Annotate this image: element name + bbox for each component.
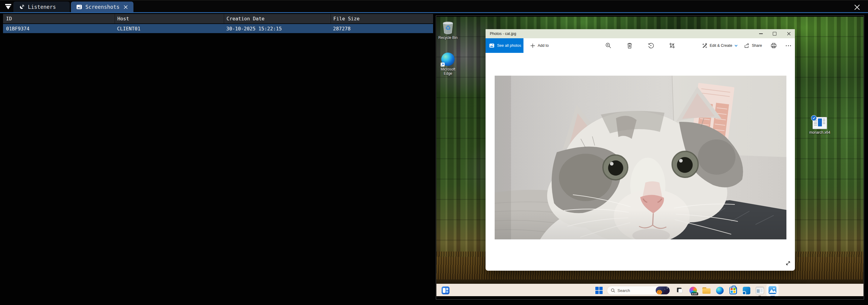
photos-title-bar[interactable]: Photos - cat.jpg bbox=[486, 29, 795, 38]
search-placeholder: Search bbox=[618, 288, 630, 293]
close-icon bbox=[854, 4, 860, 11]
edge-taskbar-button[interactable] bbox=[715, 286, 724, 295]
widgets-button[interactable] bbox=[441, 286, 450, 295]
store-button[interactable] bbox=[729, 286, 737, 295]
recycle-bin-icon: ♻ bbox=[441, 20, 455, 34]
close-icon bbox=[787, 32, 790, 35]
photo-cat-jpg bbox=[495, 76, 786, 240]
window-close-button[interactable] bbox=[853, 3, 861, 11]
tab-screenshots-label: Screenshots bbox=[85, 4, 120, 10]
delete-button[interactable] bbox=[624, 38, 635, 53]
copilot-button[interactable]: M365 bbox=[689, 286, 697, 295]
desktop-icon-edge[interactable]: Microsoft Edge bbox=[436, 53, 463, 76]
more-icon bbox=[786, 45, 791, 46]
print-button[interactable] bbox=[769, 38, 779, 53]
zoom-icon bbox=[606, 43, 612, 49]
search-icon bbox=[611, 288, 615, 293]
windows-taskbar: Search bbox=[436, 284, 863, 296]
rotate-button[interactable] bbox=[646, 38, 656, 53]
search-highlight-art bbox=[656, 286, 670, 294]
cell-id: 01BF9374 bbox=[3, 26, 115, 32]
app-window-icon bbox=[756, 287, 764, 294]
tab-bar-underline bbox=[0, 12, 868, 13]
more-options-button[interactable] bbox=[783, 38, 794, 53]
store-icon bbox=[730, 287, 737, 294]
table-header-row: ID Host Creation Date File Size bbox=[3, 14, 433, 23]
tab-listeners[interactable]: Listeners bbox=[13, 2, 70, 12]
photos-window-title: Photos - cat.jpg bbox=[490, 32, 516, 36]
start-icon bbox=[595, 287, 602, 294]
column-header-id[interactable]: ID bbox=[3, 14, 115, 23]
svg-text:♻: ♻ bbox=[445, 24, 451, 32]
chevron-down-icon bbox=[735, 45, 738, 47]
add-to-label: Add to bbox=[538, 44, 549, 48]
desktop-icon-label: Recycle Bin bbox=[438, 35, 457, 40]
cell-file-size: 287278 bbox=[331, 26, 433, 32]
photos-taskbar-button[interactable] bbox=[766, 284, 778, 296]
shortcut-arrow-icon bbox=[441, 62, 445, 66]
desktop-icon-label: Microsoft Edge bbox=[436, 67, 460, 76]
see-all-photos-icon bbox=[489, 44, 494, 48]
column-header-file-size[interactable]: File Size bbox=[331, 14, 433, 23]
screenshot-preview-pane: ♻ Recycle Bin Microsoft Edge bbox=[436, 16, 864, 300]
cell-creation-date: 30-10-2025 15:22:15 bbox=[224, 26, 331, 32]
crop-icon bbox=[669, 43, 675, 49]
copilot-icon: M365 bbox=[689, 287, 697, 294]
captured-desktop: ♻ Recycle Bin Microsoft Edge bbox=[436, 17, 863, 296]
add-to-button[interactable]: Add to bbox=[528, 38, 551, 53]
minimize-icon bbox=[759, 33, 763, 34]
desktop-icon-label: monarch.x64 bbox=[809, 130, 830, 135]
cell-host: CLIENT01 bbox=[115, 26, 224, 32]
task-view-icon bbox=[676, 287, 683, 294]
tab-listeners-label: Listeners bbox=[28, 4, 56, 10]
fullscreen-button[interactable] bbox=[784, 260, 791, 267]
minimize-button[interactable] bbox=[754, 29, 768, 38]
satellite-dish-icon bbox=[19, 4, 25, 10]
share-label: Share bbox=[752, 44, 762, 48]
open-app-button[interactable] bbox=[755, 286, 764, 295]
executable-icon bbox=[812, 117, 827, 129]
column-header-host[interactable]: Host bbox=[115, 14, 224, 23]
outlook-button[interactable] bbox=[742, 286, 751, 295]
search-input[interactable]: Search bbox=[607, 286, 671, 295]
photos-window: Photos - cat.jpg See all photos bbox=[486, 29, 795, 271]
photos-toolbar: See all photos Add to bbox=[486, 38, 795, 53]
edit-and-create-button[interactable]: Edit & Create bbox=[702, 38, 738, 53]
task-view-button[interactable] bbox=[675, 286, 684, 295]
filter-button[interactable] bbox=[4, 2, 13, 11]
tab-bar: Listeners Screenshots bbox=[0, 0, 868, 12]
maximize-button[interactable] bbox=[768, 29, 781, 38]
cat-photo-illustration bbox=[495, 76, 786, 240]
column-header-creation-date[interactable]: Creation Date bbox=[224, 14, 331, 23]
screenshot-root: Listeners Screenshots ID Host bbox=[0, 0, 868, 305]
desktop-icon-monarch[interactable]: monarch.x64 bbox=[805, 117, 834, 135]
image-icon bbox=[76, 5, 82, 9]
close-button[interactable] bbox=[782, 29, 796, 38]
maximize-icon bbox=[773, 32, 776, 35]
edge-icon bbox=[716, 287, 724, 294]
screenshots-table: ID Host Creation Date File Size 01BF9374… bbox=[3, 14, 433, 33]
tab-close-button[interactable] bbox=[123, 5, 128, 9]
close-icon bbox=[123, 5, 128, 9]
start-button[interactable] bbox=[595, 286, 603, 295]
see-all-photos-button[interactable]: See all photos bbox=[486, 38, 524, 53]
crop-button[interactable] bbox=[667, 38, 677, 53]
delete-icon bbox=[627, 43, 632, 49]
m365-badge: M365 bbox=[691, 293, 698, 295]
expand-icon bbox=[785, 261, 790, 266]
tab-screenshots[interactable]: Screenshots bbox=[71, 2, 133, 12]
desktop-icon-recycle-bin[interactable]: ♻ Recycle Bin bbox=[436, 20, 463, 40]
share-button[interactable]: Share bbox=[744, 38, 762, 53]
zoom-button[interactable] bbox=[603, 38, 614, 53]
photos-icon bbox=[769, 286, 776, 294]
running-indicator bbox=[758, 296, 761, 296]
file-explorer-button[interactable] bbox=[702, 286, 711, 295]
edit-and-create-label: Edit & Create bbox=[710, 44, 732, 48]
table-row-selected[interactable]: 01BF9374 CLIENT01 30-10-2025 15:22:15 28… bbox=[3, 24, 433, 33]
outlook-icon bbox=[743, 287, 750, 294]
file-explorer-icon bbox=[703, 287, 711, 294]
edge-icon bbox=[441, 53, 455, 66]
see-all-photos-label: See all photos bbox=[497, 44, 521, 48]
active-running-indicator bbox=[770, 296, 775, 296]
filter-icon bbox=[5, 3, 12, 10]
